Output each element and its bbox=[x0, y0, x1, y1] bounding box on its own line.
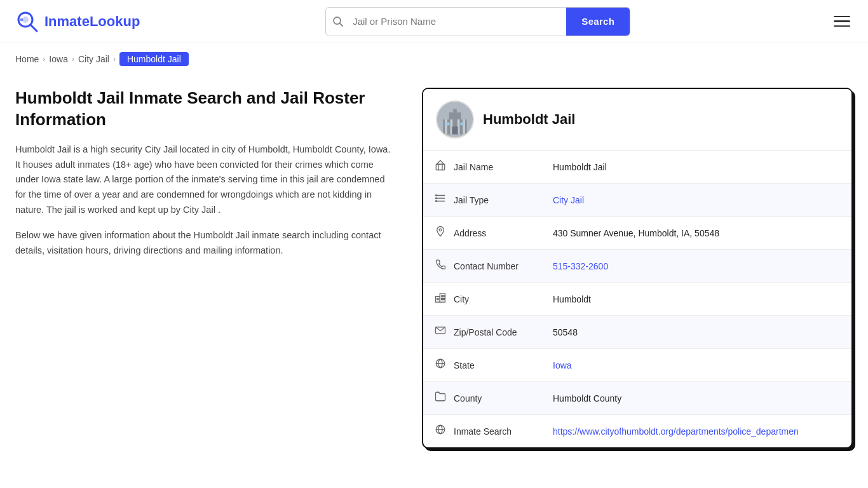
main-content: Humboldt Jail Inmate Search and Jail Ros… bbox=[0, 75, 868, 474]
right-panel: Humboldt Jail Jail NameHumboldt JailJail… bbox=[422, 88, 853, 449]
svg-rect-3 bbox=[20, 18, 23, 21]
table-row: Jail TypeCity Jail bbox=[423, 184, 851, 217]
field-label: Contact Number bbox=[451, 250, 553, 283]
svg-rect-9 bbox=[453, 109, 457, 112]
field-value: 430 Sumner Avenue, Humboldt, IA, 50548 bbox=[553, 217, 851, 250]
list-icon bbox=[423, 184, 451, 217]
svg-point-2 bbox=[22, 17, 29, 23]
field-value: Humboldt Jail bbox=[553, 151, 851, 184]
logo-link[interactable]: InmateLookup bbox=[15, 10, 140, 34]
svg-rect-14 bbox=[452, 126, 458, 134]
building-icon bbox=[423, 151, 451, 184]
svg-line-1 bbox=[31, 25, 37, 31]
table-row: Contact Number515-332-2600 bbox=[423, 250, 851, 283]
field-value: Humboldt bbox=[553, 283, 851, 316]
field-label: Address bbox=[451, 217, 553, 250]
svg-rect-31 bbox=[444, 299, 445, 300]
table-row: Address430 Sumner Avenue, Humboldt, IA, … bbox=[423, 217, 851, 250]
breadcrumb-sep-1: › bbox=[43, 55, 45, 64]
svg-point-24 bbox=[439, 229, 442, 231]
logo-icon bbox=[15, 10, 39, 34]
field-label: City bbox=[451, 283, 553, 316]
search-area: Search bbox=[140, 7, 816, 36]
svg-rect-25 bbox=[436, 297, 440, 302]
left-panel: Humboldt Jail Inmate Search and Jail Ros… bbox=[15, 88, 422, 449]
county-icon bbox=[423, 382, 451, 415]
page-title: Humboldt Jail Inmate Search and Jail Ros… bbox=[15, 88, 397, 131]
search-button[interactable]: Search bbox=[566, 8, 630, 36]
svg-rect-8 bbox=[449, 112, 461, 119]
svg-point-22 bbox=[435, 198, 437, 199]
field-value: 50548 bbox=[553, 316, 851, 349]
hamburger-line-3 bbox=[834, 25, 850, 27]
table-row: CountyHumboldt County bbox=[423, 382, 851, 415]
breadcrumb-city-jail[interactable]: City Jail bbox=[78, 54, 109, 64]
header-right bbox=[816, 13, 853, 30]
svg-rect-28 bbox=[442, 295, 443, 297]
svg-rect-15 bbox=[446, 123, 450, 126]
svg-rect-17 bbox=[436, 165, 445, 170]
svg-rect-13 bbox=[463, 119, 465, 134]
svg-point-23 bbox=[435, 201, 437, 202]
field-value[interactable]: Iowa bbox=[553, 349, 851, 382]
svg-rect-26 bbox=[440, 294, 445, 302]
svg-rect-10 bbox=[445, 119, 447, 134]
mail-icon bbox=[423, 316, 451, 349]
svg-rect-30 bbox=[442, 299, 443, 300]
info-table: Jail NameHumboldt JailJail TypeCity Jail… bbox=[423, 151, 851, 447]
field-label: County bbox=[451, 382, 553, 415]
table-row: CityHumboldt bbox=[423, 283, 851, 316]
card-header: Humboldt Jail bbox=[423, 89, 851, 151]
svg-rect-29 bbox=[444, 295, 445, 297]
field-value[interactable]: City Jail bbox=[553, 184, 851, 217]
field-label: Inmate Search bbox=[451, 415, 553, 448]
city-icon bbox=[423, 283, 451, 316]
menu-button[interactable] bbox=[831, 13, 853, 30]
table-row: StateIowa bbox=[423, 349, 851, 382]
jail-avatar bbox=[436, 100, 474, 139]
svg-point-21 bbox=[435, 195, 437, 196]
page-description-1: Humboldt Jail is a high security City Ja… bbox=[15, 142, 397, 219]
search-input[interactable] bbox=[350, 10, 566, 33]
field-value[interactable]: 515-332-2600 bbox=[553, 250, 851, 283]
location-icon bbox=[423, 217, 451, 250]
globe-icon bbox=[423, 349, 451, 382]
table-row: Inmate Searchhttps://www.cityofhumboldt.… bbox=[423, 415, 851, 448]
hamburger-line-1 bbox=[834, 16, 850, 18]
phone-icon bbox=[423, 250, 451, 283]
field-label: Zip/Postal Code bbox=[451, 316, 553, 349]
svg-line-5 bbox=[340, 23, 343, 26]
header: InmateLookup Search bbox=[0, 0, 868, 43]
field-value[interactable]: https://www.cityofhumboldt.org/departmen… bbox=[553, 415, 851, 448]
table-row: Zip/Postal Code50548 bbox=[423, 316, 851, 349]
search-globe-icon bbox=[423, 415, 451, 448]
page-description-2: Below we have given information about th… bbox=[15, 228, 397, 259]
field-label: Jail Name bbox=[451, 151, 553, 184]
field-value: Humboldt County bbox=[553, 382, 851, 415]
breadcrumb-sep-3: › bbox=[113, 55, 116, 64]
hamburger-line-2 bbox=[834, 20, 850, 22]
field-label: Jail Type bbox=[451, 184, 553, 217]
breadcrumb-home[interactable]: Home bbox=[15, 54, 39, 64]
info-card: Humboldt Jail Jail NameHumboldt JailJail… bbox=[422, 88, 853, 449]
field-label: State bbox=[451, 349, 553, 382]
logo-text: InmateLookup bbox=[44, 13, 140, 30]
breadcrumb: Home › Iowa › City Jail › Humboldt Jail bbox=[0, 43, 868, 75]
breadcrumb-active: Humboldt Jail bbox=[119, 52, 189, 66]
search-icon bbox=[326, 16, 350, 27]
table-row: Jail NameHumboldt Jail bbox=[423, 151, 851, 184]
card-title: Humboldt Jail bbox=[483, 111, 575, 128]
breadcrumb-sep-2: › bbox=[72, 55, 74, 64]
svg-rect-16 bbox=[460, 123, 464, 126]
search-form: Search bbox=[325, 7, 630, 36]
breadcrumb-iowa[interactable]: Iowa bbox=[49, 54, 68, 64]
svg-rect-32 bbox=[437, 299, 438, 300]
